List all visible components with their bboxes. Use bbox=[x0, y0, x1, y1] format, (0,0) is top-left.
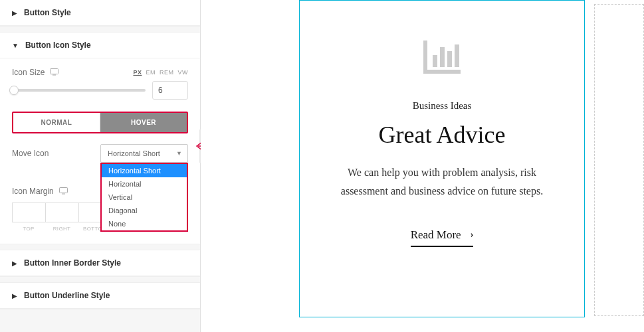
svg-rect-2 bbox=[59, 187, 67, 193]
card-eyebrow: Business Ideas bbox=[326, 100, 558, 112]
section-button-underline[interactable]: ▶ Button Underline Style bbox=[0, 283, 200, 309]
move-icon-select-wrap: Horizontal Short ▼ Horizontal Short Hori… bbox=[100, 144, 188, 163]
caret-right-icon: ▶ bbox=[12, 9, 17, 17]
dropdown-option[interactable]: Horizontal bbox=[102, 177, 187, 191]
icon-size-label: Icon Size bbox=[12, 68, 45, 77]
dropdown-option[interactable]: None bbox=[102, 217, 187, 230]
unit-rem[interactable]: REM bbox=[160, 69, 174, 76]
caret-down-icon: ▼ bbox=[12, 42, 19, 49]
svg-rect-9 bbox=[447, 51, 452, 67]
svg-rect-10 bbox=[455, 44, 459, 67]
move-icon-label: Move Icon bbox=[12, 149, 49, 158]
section-label: Button Inner Border Style bbox=[24, 258, 121, 268]
slider-thumb[interactable] bbox=[9, 86, 19, 95]
section-body-button-icon-style: Icon Size PX EM REM VW NORMAL HOVER M bbox=[0, 58, 200, 244]
move-icon-dropdown: Horizontal Short Horizontal Vertical Dia… bbox=[100, 163, 188, 232]
card-body-text: We can help you with problem analysis, r… bbox=[326, 163, 558, 201]
section-button-icon-style[interactable]: ▼ Button Icon Style bbox=[0, 33, 200, 58]
section-label: Button Underline Style bbox=[24, 291, 110, 300]
desktop-icon[interactable] bbox=[59, 187, 68, 196]
svg-rect-1 bbox=[53, 74, 56, 75]
select-value: Horizontal Short bbox=[108, 149, 160, 157]
card-title: Great Advice bbox=[326, 121, 558, 149]
state-tabs: NORMAL HOVER bbox=[12, 112, 188, 133]
svg-rect-3 bbox=[62, 193, 65, 194]
section-button-inner-border[interactable]: ▶ Button Inner Border Style bbox=[0, 250, 200, 276]
svg-rect-0 bbox=[51, 68, 58, 74]
icon-size-label-wrap: Icon Size bbox=[12, 68, 58, 77]
section-label: Button Icon Style bbox=[25, 41, 91, 50]
editor-sidebar: ▶ Button Style ▼ Button Icon Style Icon … bbox=[0, 0, 201, 332]
icon-size-slider-row bbox=[12, 81, 188, 100]
section-divider bbox=[0, 26, 200, 33]
svg-rect-7 bbox=[433, 55, 437, 67]
chevron-right-icon: › bbox=[471, 230, 474, 240]
dropdown-option[interactable]: Diagonal bbox=[102, 204, 187, 217]
margin-top-label: TOP bbox=[12, 226, 45, 232]
caret-right-icon: ▶ bbox=[12, 292, 17, 299]
svg-rect-6 bbox=[423, 70, 461, 74]
units-selector: PX EM REM VW bbox=[133, 69, 188, 76]
preview-canvas: Business Ideas Great Advice We can help … bbox=[201, 0, 644, 332]
section-button-style[interactable]: ▶ Button Style bbox=[0, 0, 200, 26]
read-more-button[interactable]: Read More › bbox=[411, 228, 474, 247]
margin-right-label: RIGHT bbox=[45, 226, 78, 232]
margin-right-input[interactable] bbox=[45, 203, 78, 222]
desktop-icon[interactable] bbox=[50, 68, 58, 77]
move-icon-select[interactable]: Horizontal Short ▼ bbox=[100, 144, 188, 163]
tab-normal[interactable]: NORMAL bbox=[13, 113, 100, 132]
icon-size-slider[interactable] bbox=[12, 89, 146, 92]
tab-hover[interactable]: HOVER bbox=[100, 113, 187, 132]
sidebar-footer-area bbox=[0, 309, 200, 332]
button-label: Read More bbox=[411, 228, 461, 242]
icon-margin-label: Icon Margin bbox=[12, 187, 54, 196]
bar-chart-icon bbox=[423, 41, 461, 74]
preview-card[interactable]: Business Ideas Great Advice We can help … bbox=[299, 0, 585, 317]
chevron-down-icon: ▼ bbox=[176, 150, 182, 157]
svg-rect-8 bbox=[440, 47, 445, 67]
section-divider bbox=[0, 276, 200, 283]
margin-top-input[interactable] bbox=[12, 203, 45, 222]
unit-px[interactable]: PX bbox=[133, 69, 142, 76]
icon-size-row: Icon Size PX EM REM VW bbox=[12, 68, 188, 77]
dropdown-option[interactable]: Vertical bbox=[102, 191, 187, 204]
dropdown-option[interactable]: Horizontal Short bbox=[102, 164, 187, 177]
adjacent-placeholder bbox=[594, 4, 644, 316]
icon-size-input[interactable] bbox=[152, 81, 188, 100]
svg-rect-5 bbox=[423, 41, 427, 74]
move-icon-row: Move Icon Horizontal Short ▼ Horizontal … bbox=[12, 144, 188, 163]
section-divider bbox=[0, 244, 200, 250]
icon-margin-label-wrap: Icon Margin bbox=[12, 187, 68, 196]
caret-right-icon: ▶ bbox=[12, 260, 17, 267]
unit-em[interactable]: EM bbox=[146, 69, 156, 76]
unit-vw[interactable]: VW bbox=[178, 69, 189, 76]
section-label: Button Style bbox=[24, 8, 71, 17]
